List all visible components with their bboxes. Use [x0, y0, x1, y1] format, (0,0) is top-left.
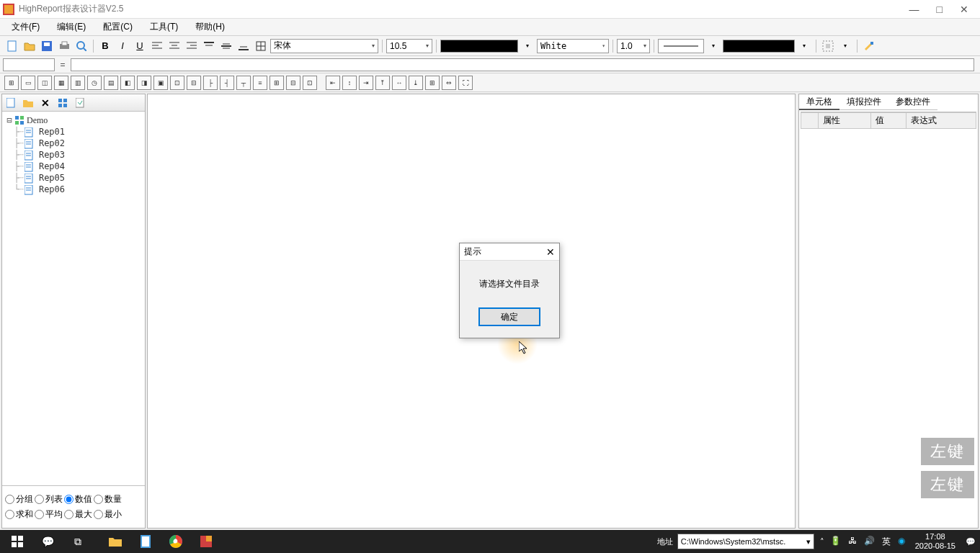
- tray-lang[interactable]: 英: [882, 536, 891, 548]
- tray-volume-icon[interactable]: 🔊: [864, 536, 875, 548]
- opt-数值[interactable]: 数值: [64, 493, 92, 505]
- tree-item[interactable]: Rep01: [39, 127, 65, 137]
- forecolor-dd-icon[interactable]: ▾: [520, 38, 535, 54]
- tray-network-icon[interactable]: 🖧: [848, 536, 857, 548]
- chrome-icon[interactable]: [161, 531, 190, 552]
- tb2-17[interactable]: ⊞: [270, 76, 284, 90]
- cell-reference-input[interactable]: [3, 58, 55, 71]
- tb2-24[interactable]: ↔: [392, 76, 406, 90]
- open-icon[interactable]: [22, 38, 37, 54]
- bold-icon[interactable]: B: [97, 38, 113, 54]
- menu-edit[interactable]: 编辑(E): [48, 19, 94, 35]
- tray-battery-icon[interactable]: 🔋: [830, 536, 841, 548]
- new-icon[interactable]: [4, 38, 20, 54]
- tray-notification-icon[interactable]: 💬: [966, 537, 976, 547]
- tb2-18[interactable]: ⊟: [286, 76, 300, 90]
- save-icon[interactable]: [39, 38, 55, 54]
- file-tree[interactable]: ⊟Demo ├┈Rep01 ├┈Rep02 ├┈Rep03 ├┈Rep04 ├┈…: [2, 112, 145, 485]
- tb2-8[interactable]: ◧: [120, 76, 135, 90]
- tb2-5[interactable]: ▥: [71, 76, 85, 90]
- linestyle-dd-icon[interactable]: ▾: [705, 38, 721, 54]
- linecolor-dd-icon[interactable]: ▾: [796, 38, 812, 54]
- app-taskbar-icon[interactable]: [192, 531, 220, 552]
- underline-icon[interactable]: U: [132, 38, 148, 54]
- align-right-icon[interactable]: [184, 38, 200, 54]
- borders-dd-icon[interactable]: ▾: [837, 38, 853, 54]
- close-button[interactable]: ✕: [960, 4, 968, 15]
- tb2-25[interactable]: ⤓: [409, 76, 423, 90]
- opt-最大[interactable]: 最大: [64, 508, 92, 521]
- maximize-button[interactable]: □: [937, 4, 943, 15]
- tb2-22[interactable]: ⇥: [359, 76, 373, 90]
- tb2-28[interactable]: ⛶: [458, 76, 473, 90]
- minimize-button[interactable]: —: [909, 4, 919, 15]
- borders-icon[interactable]: [820, 38, 836, 54]
- menu-config[interactable]: 配置(C): [94, 19, 141, 35]
- taskbar-clock[interactable]: 17:08 2020-08-15: [911, 532, 960, 551]
- tb2-27[interactable]: ⇔: [442, 76, 456, 90]
- tb2-26[interactable]: ⊞: [425, 76, 440, 90]
- taskview-icon[interactable]: ⧉: [63, 531, 92, 552]
- valign-bottom-icon[interactable]: [236, 38, 251, 54]
- linestyle-combo[interactable]: [658, 39, 704, 53]
- cortana-icon[interactable]: 💬: [33, 531, 62, 552]
- valign-top-icon[interactable]: [201, 38, 217, 54]
- tb2-7[interactable]: ▤: [104, 76, 118, 90]
- menu-tool[interactable]: 工具(T): [141, 19, 187, 35]
- opt-数量[interactable]: 数量: [94, 493, 122, 505]
- dialog-close-icon[interactable]: ✕: [546, 246, 555, 258]
- opt-列表[interactable]: 列表: [35, 493, 63, 505]
- tb2-10[interactable]: ▣: [153, 76, 168, 90]
- linewidth-combo[interactable]: 1.0▾: [617, 39, 650, 53]
- tree-root[interactable]: Demo: [27, 115, 48, 126]
- menu-file[interactable]: 文件(F): [3, 19, 48, 35]
- opt-最小[interactable]: 最小: [94, 508, 122, 521]
- italic-icon[interactable]: I: [115, 38, 130, 54]
- tb2-15[interactable]: ┬: [236, 76, 251, 90]
- tb2-20[interactable]: ⇤: [326, 76, 340, 90]
- lp-tab-folder-icon[interactable]: [22, 97, 34, 109]
- print-icon[interactable]: [56, 38, 72, 54]
- font-family-combo[interactable]: 宋体▾: [270, 39, 378, 53]
- tb2-6[interactable]: ◷: [87, 76, 102, 90]
- tb2-11[interactable]: ⊡: [170, 76, 184, 90]
- tb2-21[interactable]: ↕: [342, 76, 357, 90]
- menu-help[interactable]: 帮助(H): [187, 19, 233, 35]
- tree-item[interactable]: Rep05: [39, 173, 65, 183]
- tb2-2[interactable]: ▭: [21, 76, 35, 90]
- lp-tab-close-icon[interactable]: ✕: [40, 97, 51, 109]
- dialog-ok-button[interactable]: 确定: [478, 307, 540, 326]
- start-icon[interactable]: [3, 531, 32, 552]
- font-size-combo[interactable]: 10.5▾: [386, 39, 432, 53]
- taskbar-addr-input[interactable]: C:\Windows\System32\mstsc.▾: [677, 534, 814, 549]
- align-left-icon[interactable]: [149, 38, 165, 54]
- opt-求和[interactable]: 求和: [5, 508, 33, 521]
- lp-tab-grid-icon[interactable]: [57, 97, 68, 109]
- tray-up-icon[interactable]: ˄: [820, 537, 824, 547]
- tb2-23[interactable]: ⤒: [375, 76, 390, 90]
- right-tab-param[interactable]: 参数控件: [888, 94, 937, 110]
- notepad-icon[interactable]: [131, 531, 160, 552]
- lp-tab-file-icon[interactable]: [5, 97, 17, 109]
- tree-item[interactable]: Rep03: [39, 150, 65, 160]
- preview-icon[interactable]: [74, 38, 89, 54]
- explorer-icon[interactable]: [101, 531, 130, 552]
- border-icon[interactable]: [253, 38, 269, 54]
- bgcolor-combo[interactable]: White▾: [537, 39, 609, 53]
- tb2-16[interactable]: ≡: [253, 76, 267, 90]
- tb2-1[interactable]: ⊞: [4, 76, 19, 90]
- valign-middle-icon[interactable]: [218, 38, 234, 54]
- tb2-9[interactable]: ◨: [137, 76, 151, 90]
- tb2-13[interactable]: ├: [203, 76, 218, 90]
- right-tab-fill[interactable]: 填报控件: [839, 94, 888, 110]
- tb2-19[interactable]: ⊡: [303, 76, 317, 90]
- tree-item[interactable]: Rep02: [39, 138, 65, 148]
- tb2-14[interactable]: ┤: [220, 76, 234, 90]
- tb2-12[interactable]: ⊟: [187, 76, 201, 90]
- align-center-icon[interactable]: [166, 38, 182, 54]
- lp-tab-refresh-icon[interactable]: [74, 97, 86, 109]
- tree-item[interactable]: Rep06: [39, 184, 65, 194]
- linecolor-swatch[interactable]: [723, 40, 795, 53]
- tree-item[interactable]: Rep04: [39, 161, 65, 171]
- brush-icon[interactable]: [861, 38, 877, 54]
